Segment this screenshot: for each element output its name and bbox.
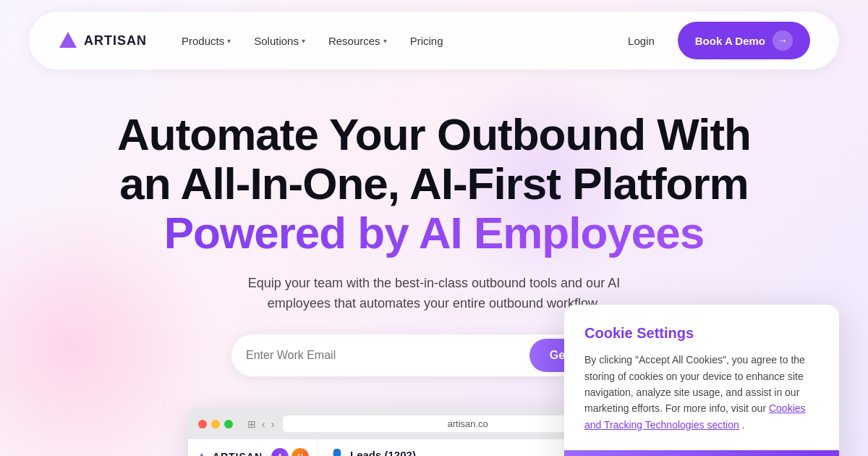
artisan-logo-icon bbox=[58, 30, 78, 51]
dash-logo-row: ARTISAN A U bbox=[197, 448, 309, 456]
arrow-icon: → bbox=[773, 30, 793, 51]
login-button[interactable]: Login bbox=[616, 29, 666, 53]
hero-title: Automate Your Outbound With an All-In-On… bbox=[109, 110, 760, 208]
minimize-dot bbox=[211, 420, 220, 428]
close-dot bbox=[198, 420, 207, 428]
avatar-2: U bbox=[292, 448, 309, 456]
svg-marker-2 bbox=[197, 453, 205, 456]
browser-controls: ⊞ ‹ › bbox=[247, 418, 274, 430]
nav-solutions[interactable]: Solutions ▾ bbox=[245, 29, 314, 53]
chevron-down-icon: ▾ bbox=[383, 37, 387, 45]
email-input[interactable] bbox=[246, 349, 529, 362]
nav-products[interactable]: Products ▾ bbox=[173, 29, 239, 53]
logo[interactable]: ARTISAN bbox=[58, 30, 147, 51]
chevron-down-icon: ▾ bbox=[302, 37, 305, 45]
navbar-right: Login Book A Demo → bbox=[616, 22, 810, 59]
nav-links: Products ▾ Solutions ▾ Resources ▾ Prici… bbox=[173, 29, 451, 53]
nav-resources[interactable]: Resources ▾ bbox=[320, 29, 396, 53]
dash-logo-text: ARTISAN bbox=[213, 451, 263, 456]
navbar-left: ARTISAN Products ▾ Solutions ▾ Resources… bbox=[58, 29, 451, 53]
book-demo-button[interactable]: Book A Demo → bbox=[678, 22, 810, 59]
avatar: A bbox=[271, 448, 289, 456]
hero-subtitle: Powered by AI Employees bbox=[14, 208, 854, 258]
maximize-dot bbox=[224, 420, 233, 428]
forward-icon: › bbox=[271, 418, 275, 430]
nav-pricing[interactable]: Pricing bbox=[401, 29, 452, 53]
cookie-banner: Cookie Settings By clicking "Accept All … bbox=[564, 305, 839, 456]
cookie-content: Cookie Settings By clicking "Accept All … bbox=[564, 305, 839, 433]
chevron-down-icon: ▾ bbox=[227, 37, 231, 45]
cookie-title: Cookie Settings bbox=[584, 325, 819, 342]
dash-avatar-row: A U bbox=[271, 448, 309, 456]
leads-title: Leads (1202) bbox=[350, 449, 416, 456]
sidebar-icon: ⊞ bbox=[247, 418, 256, 430]
back-icon: ‹ bbox=[262, 418, 265, 430]
browser-dots bbox=[198, 420, 233, 428]
navbar: ARTISAN Products ▾ Solutions ▾ Resources… bbox=[29, 12, 839, 69]
dash-logo-icon bbox=[197, 449, 207, 456]
logo-text: ARTISAN bbox=[84, 33, 147, 48]
cookie-body: By clicking "Accept All Cookies", you ag… bbox=[584, 352, 819, 433]
accept-cookies-button[interactable]: Accept All Cookies bbox=[564, 450, 839, 456]
dashboard-sidebar: ARTISAN A U ⊞ Dashboard bbox=[188, 439, 318, 456]
leads-icon: 👤 bbox=[330, 448, 344, 456]
